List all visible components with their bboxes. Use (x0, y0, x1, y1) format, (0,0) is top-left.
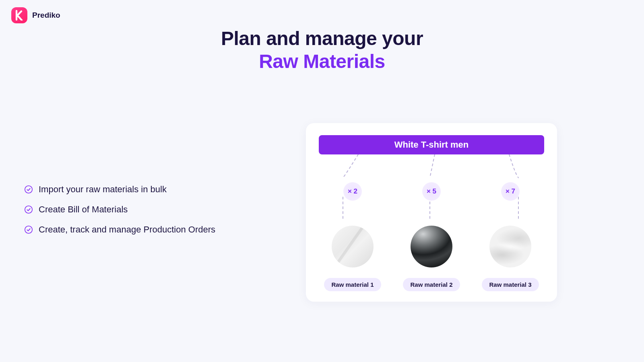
feature-item: Create, track and manage Production Orde… (24, 224, 215, 235)
logo-k-icon (15, 10, 24, 21)
check-circle-icon (24, 225, 33, 234)
brand-name: Prediko (32, 11, 60, 20)
material-item: × 2 Raw material 1 (316, 159, 389, 291)
headline-line-2: Raw Materials (0, 50, 644, 73)
material-swatch (489, 226, 531, 267)
material-item: × 7 Raw material 3 (474, 159, 547, 291)
material-label: Raw material 2 (403, 278, 460, 291)
headline-line-1: Plan and manage your (0, 27, 644, 50)
svg-point-2 (25, 226, 32, 233)
svg-point-0 (25, 186, 32, 193)
check-circle-icon (24, 185, 33, 194)
svg-point-1 (25, 206, 32, 213)
bom-diagram-card: White T-shirt men × 2 Raw material 1 × 5… (306, 123, 557, 302)
feature-text: Import your raw materials in bulk (39, 184, 167, 195)
material-swatch (411, 226, 452, 267)
materials-row: × 2 Raw material 1 × 5 Raw material 2 × … (306, 159, 557, 291)
quantity-badge: × 7 (501, 182, 520, 201)
material-swatch (332, 226, 374, 267)
feature-text: Create, track and manage Production Orde… (39, 224, 215, 235)
feature-item: Import your raw materials in bulk (24, 184, 215, 195)
material-label: Raw material 3 (482, 278, 539, 291)
material-item: × 5 Raw material 2 (395, 159, 468, 291)
brand-logo-mark (11, 7, 27, 23)
material-label: Raw material 1 (324, 278, 381, 291)
check-circle-icon (24, 205, 33, 214)
quantity-badge: × 5 (422, 182, 441, 201)
product-name-bar: White T-shirt men (319, 135, 544, 154)
brand-logo: Prediko (11, 7, 60, 23)
quantity-badge: × 2 (343, 182, 362, 201)
feature-item: Create Bill of Materials (24, 204, 215, 215)
feature-list: Import your raw materials in bulk Create… (24, 184, 215, 245)
feature-text: Create Bill of Materials (39, 204, 128, 215)
page-headline: Plan and manage your Raw Materials (0, 27, 644, 73)
